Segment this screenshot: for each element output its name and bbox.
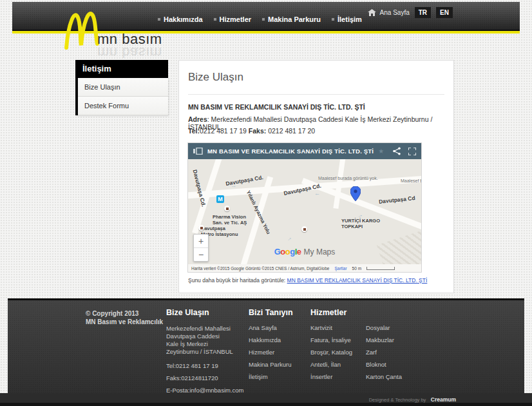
fax-value: 0212 481 17 20	[266, 127, 315, 135]
footer-address-line: Zeytinburnu / İSTANBUL	[166, 348, 244, 356]
footer-link-makbuzlar[interactable]: Makbuzlar	[366, 337, 402, 343]
direction-arrow-icon: →	[285, 234, 293, 242]
footer-services-column: Hizmetler Kartvizit Fatura, İrsaliye Bro…	[310, 308, 352, 386]
footer-link-fatura-irsaliye[interactable]: Fatura, İrsaliye	[310, 337, 352, 343]
map-marker-icon[interactable]	[350, 186, 361, 202]
footer-link-antetli-ilan[interactable]: Antetli, İlan	[310, 362, 352, 368]
site-logo[interactable]: mn basım mn basım	[62, 3, 171, 54]
divider	[188, 94, 444, 95]
scale-bar	[366, 267, 395, 270]
side-panel-icon[interactable]	[193, 148, 203, 155]
direction-arrow-icon: →	[230, 182, 236, 189]
google-logo: Google	[274, 247, 301, 256]
footer-about-title: Bizi Tanıyın	[249, 308, 293, 317]
sidebar-item-bize-ulasin[interactable]: Bize Ulaşın	[78, 78, 168, 97]
footer-contact-column: Bize Ulaşın Merkezefendi Mahallesi Davut…	[166, 308, 244, 394]
zoom-in-button[interactable]: +	[194, 235, 208, 248]
copyright-line1: © Copyright 2013	[86, 309, 163, 318]
view-larger-prefix: Şunu daha büyük bir haritada görüntüle:	[188, 277, 287, 284]
nav-label: Makina Parkuru	[268, 15, 321, 23]
footer-link-zarf[interactable]: Zarf	[366, 349, 402, 356]
footer-link-bloknot[interactable]: Bloknot	[366, 362, 402, 368]
credit-bar: Designed & Technology by Creamum	[0, 393, 532, 403]
copyright: © Copyright 2013 MN Basım ve Reklamcılık	[86, 309, 163, 326]
logo-reflection: mn basım	[97, 44, 162, 61]
footer-address-line: Kale İş Merkezi	[166, 340, 244, 348]
sidebar-items: Bize Ulaşın Destek Formu	[75, 78, 168, 115]
poi-icon	[301, 226, 307, 232]
home-link[interactable]: Ana Sayfa	[368, 9, 410, 16]
no-imagery-text: Maalesef burada görüntü yok.	[318, 176, 378, 180]
footer-address: Merkezefendi Mahallesi Davutpaşa Caddesi…	[166, 325, 244, 356]
bullet-icon	[332, 18, 334, 21]
google-my-maps-logo: Google My Maps	[274, 247, 336, 256]
footer: © Copyright 2013 MN Basım ve Reklamcılık…	[8, 298, 524, 395]
map-zoom-control: + −	[193, 234, 209, 262]
credit-brand-link[interactable]: Creamum	[431, 396, 456, 403]
bullet-icon	[262, 18, 265, 21]
main-nav: Hakkımızda Hizmetler Makina Parkuru İlet…	[158, 15, 362, 23]
zoom-out-button[interactable]: −	[194, 248, 208, 261]
poi-icon	[198, 225, 204, 231]
footer-link-ana-sayfa[interactable]: Ana Sayfa	[249, 325, 293, 331]
footer-link-karton-canta[interactable]: Karton Çanta	[366, 374, 402, 380]
poi-label: YURTİÇİ KARGO TOPKAPI	[341, 218, 380, 229]
credit-prefix: Designed & Technology by	[369, 397, 426, 403]
footer-contact-title: Bize Ulaşın	[166, 308, 244, 317]
view-larger-link[interactable]: MN BASIM VE REKLAMCILIK SANAYİ DIŞ TİC. …	[287, 277, 428, 284]
footer-services-title: Hizmetler	[310, 308, 352, 317]
map-attribution-bar: Harita verileri ©2015 Google Görüntü ©20…	[188, 264, 421, 272]
footer-link-brosur-katalog[interactable]: Broşür, Katalog	[310, 349, 352, 356]
footer-link-hizmetler[interactable]: Hizmetler	[249, 349, 293, 356]
footer-link-hakkimizda[interactable]: Hakkımızda	[249, 337, 293, 343]
map-canvas[interactable]: Davutpaşa Cd. Davutpaşa Cd. Davutpaşa Cd…	[188, 159, 421, 264]
nav-label: İletişim	[337, 15, 362, 23]
fax-label: Faks:	[249, 127, 266, 135]
view-larger-line: Şunu daha büyük bir haritada görüntüle: …	[188, 277, 427, 284]
footer-tel: Tel:0212 481 17 19	[166, 362, 244, 370]
footer-link-dosyalar[interactable]: Dosyalar	[366, 325, 402, 331]
sidebar-item-destek-formu[interactable]: Destek Formu	[78, 97, 168, 115]
footer-address-line: Davutpaşa Caddesi	[166, 333, 244, 340]
footer-address-line: Merkezefendi Mahallesi	[166, 325, 244, 333]
share-icon[interactable]	[393, 147, 401, 155]
poi-icon	[224, 206, 230, 211]
no-imagery-text: Maalesef burada görüntü yok.	[401, 179, 421, 183]
company-name: MN BASIM VE REKLAMCILIK SANAYİ DIŞ TİC. …	[188, 103, 365, 111]
address-label: Adres	[188, 115, 207, 123]
fullscreen-icon[interactable]	[408, 148, 416, 155]
tel-label: Tel:	[188, 127, 200, 135]
metro-station-icon: M	[216, 195, 224, 203]
page-title: Bize Ulaşın	[188, 71, 243, 84]
nav-item-iletisim[interactable]: İletişim	[332, 15, 362, 23]
tel-value: 0212 481 17 19	[200, 127, 249, 135]
bullet-icon	[214, 18, 216, 21]
footer-services2-column: Dosyalar Makbuzlar Zarf Bloknot Karton Ç…	[366, 325, 402, 386]
content-panel: Bize Ulaşın MN BASIM VE REKLAMCILIK SANA…	[178, 60, 454, 293]
terms-link[interactable]: Şartlar	[334, 266, 347, 271]
my-maps-label: My Maps	[304, 247, 336, 256]
star-icon: ★	[378, 148, 384, 155]
nav-item-hizmetler[interactable]: Hizmetler	[214, 15, 252, 23]
home-label: Ana Sayfa	[380, 9, 410, 16]
footer-link-makina-parkuru[interactable]: Makina Parkuru	[249, 362, 293, 368]
footer-link-kartvizit[interactable]: Kartvizit	[310, 325, 352, 331]
nav-label: Hizmetler	[220, 15, 252, 23]
footer-link-insertler[interactable]: İnsertler	[310, 374, 352, 380]
map-road-under-construction	[377, 227, 421, 264]
street-label: Davutpaşa Cd	[379, 195, 415, 205]
attribution-text: Harita verileri ©2015 Google Görüntü ©20…	[191, 266, 329, 271]
sidebar: İletişim Bize Ulaşın Destek Formu	[75, 60, 168, 115]
phone-line: Tel:0212 481 17 19 Faks: 0212 481 17 20	[188, 127, 315, 135]
home-icon	[368, 9, 376, 16]
nav-item-makina-parkuru[interactable]: Makina Parkuru	[262, 15, 321, 23]
direction-arrow-icon: ←	[314, 190, 320, 197]
footer-link-iletisim[interactable]: İletişim	[249, 374, 293, 380]
sidebar-title: İletişim	[75, 60, 168, 78]
footer-about-column: Bizi Tanıyın Ana Sayfa Hakkımızda Hizmet…	[249, 308, 293, 386]
lang-button-en[interactable]: EN	[436, 7, 453, 18]
scale-text: 50 m	[352, 266, 361, 271]
lang-button-tr[interactable]: TR	[415, 7, 431, 18]
map-header: MN BASIM VE REKLAMCILIK SANAYİ DIŞ TİC. …	[188, 143, 421, 159]
bottom-strip	[0, 403, 532, 406]
